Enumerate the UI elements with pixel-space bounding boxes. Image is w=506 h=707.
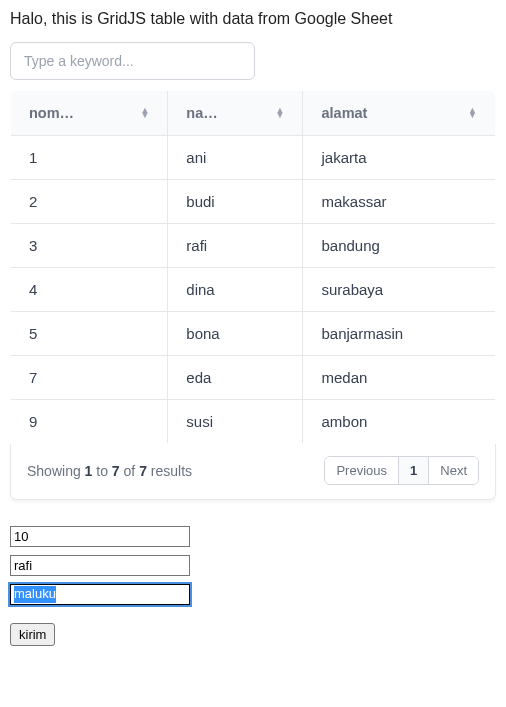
page-title: Halo, this is GridJS table with data fro… (10, 10, 496, 28)
table-row: 7edamedan (11, 356, 496, 400)
cell-alamat: bandung (303, 224, 496, 268)
column-label: na… (186, 105, 217, 121)
alamat-field[interactable]: maluku (10, 584, 190, 605)
table-row: 1anijakarta (11, 136, 496, 180)
table-row: 9susiambon (11, 400, 496, 444)
pagination: Previous 1 Next (324, 456, 479, 485)
cell-alamat: banjarmasin (303, 312, 496, 356)
table-row: 5bonabanjarmasin (11, 312, 496, 356)
cell-nomor: 9 (11, 400, 168, 444)
cell-nama: eda (168, 356, 303, 400)
cell-nama: dina (168, 268, 303, 312)
cell-nama: budi (168, 180, 303, 224)
column-label: nom… (29, 105, 74, 121)
cell-nama: rafi (168, 224, 303, 268)
cell-nomor: 3 (11, 224, 168, 268)
sort-icon[interactable]: ▲▼ (276, 108, 285, 118)
input-form: maluku kirim (10, 526, 496, 646)
table-row: 2budimakassar (11, 180, 496, 224)
cell-alamat: makassar (303, 180, 496, 224)
search-input[interactable] (10, 42, 255, 80)
nama-field[interactable] (10, 555, 190, 576)
cell-nama: bona (168, 312, 303, 356)
cell-alamat: ambon (303, 400, 496, 444)
summary-text: Showing 1 to 7 of 7 results (27, 463, 192, 479)
cell-nama: ani (168, 136, 303, 180)
prev-button[interactable]: Previous (325, 457, 399, 484)
cell-alamat: jakarta (303, 136, 496, 180)
table-footer: Showing 1 to 7 of 7 results Previous 1 N… (10, 444, 496, 500)
cell-alamat: medan (303, 356, 496, 400)
page-1-button[interactable]: 1 (399, 457, 429, 484)
next-button[interactable]: Next (429, 457, 478, 484)
cell-nama: susi (168, 400, 303, 444)
cell-nomor: 5 (11, 312, 168, 356)
column-header-nomor[interactable]: nom… ▲▼ (11, 91, 168, 136)
data-table: nom… ▲▼ na… ▲▼ alamat ▲▼ 1anijakarta2bud… (10, 90, 496, 444)
cell-nomor: 1 (11, 136, 168, 180)
column-header-alamat[interactable]: alamat ▲▼ (303, 91, 496, 136)
sort-icon[interactable]: ▲▼ (468, 108, 477, 118)
sort-icon[interactable]: ▲▼ (140, 108, 149, 118)
cell-nomor: 7 (11, 356, 168, 400)
nomor-field[interactable] (10, 526, 190, 547)
cell-nomor: 2 (11, 180, 168, 224)
cell-nomor: 4 (11, 268, 168, 312)
column-label: alamat (321, 105, 367, 121)
search-container (10, 42, 496, 90)
table-row: 4dinasurabaya (11, 268, 496, 312)
cell-alamat: surabaya (303, 268, 496, 312)
table-row: 3rafibandung (11, 224, 496, 268)
submit-button[interactable]: kirim (10, 623, 55, 646)
column-header-nama[interactable]: na… ▲▼ (168, 91, 303, 136)
